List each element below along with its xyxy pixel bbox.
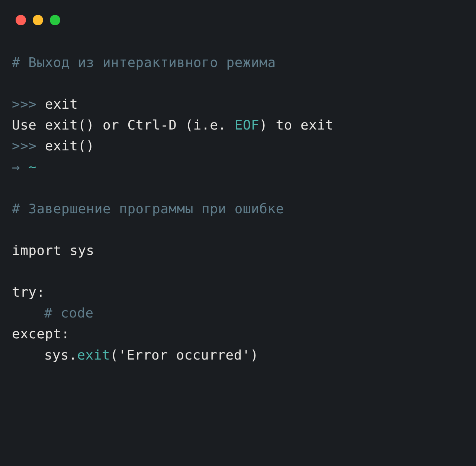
comment-text: # Завершение программы при ошибке	[12, 201, 284, 216]
output-line: Use exit() or Ctrl-D (i.e. EOF) to exit	[12, 115, 464, 135]
comment-line-2: # Завершение программы при ошибке	[12, 198, 464, 219]
except-line: except:	[12, 323, 464, 344]
module-token: sys	[70, 243, 94, 258]
object-token: sys.	[44, 347, 77, 363]
minimize-icon[interactable]	[33, 15, 43, 25]
keyword-token: import	[12, 243, 70, 258]
comment-text: # Выход из интерактивного режима	[12, 55, 276, 70]
blank-line	[12, 261, 464, 282]
repl-prompt: >>>	[12, 138, 45, 153]
window-controls	[12, 15, 464, 25]
function-token: exit	[77, 347, 110, 363]
import-line: import sys	[12, 240, 464, 261]
code-token: exit	[45, 96, 78, 112]
repl-line-1: >>> exit	[12, 94, 464, 115]
code-comment-line: # code	[12, 303, 464, 323]
eof-token: EOF	[235, 117, 260, 133]
keyword-token: try:	[12, 284, 45, 300]
comment-line-1: # Выход из интерактивного режима	[12, 52, 464, 73]
repl-prompt: >>>	[12, 96, 45, 112]
comment-text: # code	[44, 305, 94, 320]
close-icon[interactable]	[16, 15, 26, 25]
shell-prompt-line: → ~	[12, 157, 464, 178]
blank-line	[12, 219, 464, 240]
keyword-token: except:	[12, 326, 70, 341]
repl-line-2: >>> exit()	[12, 135, 464, 156]
output-text: ) to exit	[259, 117, 334, 133]
code-block: # Выход из интерактивного режима >>> exi…	[12, 52, 464, 366]
code-token: exit()	[45, 138, 94, 153]
shell-arrow-icon: →	[12, 159, 28, 175]
output-text: Use exit() or Ctrl-D (i.e.	[12, 117, 235, 133]
maximize-icon[interactable]	[50, 15, 60, 25]
blank-line	[12, 178, 464, 198]
blank-line	[12, 73, 464, 94]
sys-exit-line: sys.exit('Error occurred')	[12, 345, 464, 366]
try-line: try:	[12, 282, 464, 303]
args-token: ('Error occurred')	[110, 347, 258, 363]
tilde-token: ~	[28, 159, 36, 175]
